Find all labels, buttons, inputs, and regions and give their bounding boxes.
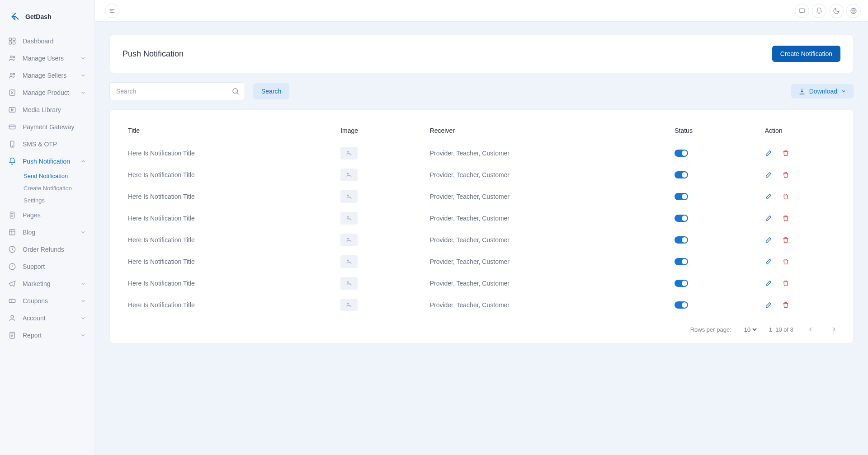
col-image: Image bbox=[322, 121, 412, 142]
topbar bbox=[95, 0, 868, 22]
cell-title: Here Is Notification Title bbox=[110, 142, 322, 164]
sidebar-item-push-notification[interactable]: Push Notification bbox=[0, 153, 94, 170]
cell-receiver: Provider, Teacher, Customer bbox=[412, 272, 657, 294]
chevron-down-icon bbox=[841, 89, 846, 94]
sellers-icon bbox=[8, 71, 16, 80]
delete-icon[interactable] bbox=[782, 258, 789, 265]
chat-icon[interactable] bbox=[795, 4, 809, 18]
nav: DashboardManage UsersManage SellersManag… bbox=[0, 33, 94, 344]
svg-rect-10 bbox=[9, 125, 15, 129]
report-icon bbox=[8, 331, 16, 339]
sidebar-item-label: Payment Gateway bbox=[23, 123, 86, 131]
image-icon bbox=[345, 215, 353, 221]
cell-receiver: Provider, Teacher, Customer bbox=[412, 142, 657, 164]
download-button[interactable]: Download bbox=[791, 84, 854, 99]
search-button[interactable]: Search bbox=[253, 83, 289, 99]
sidebar-item-manage-sellers[interactable]: Manage Sellers bbox=[0, 67, 94, 84]
status-toggle[interactable] bbox=[675, 150, 688, 157]
svg-point-6 bbox=[10, 73, 13, 75]
delete-icon[interactable] bbox=[782, 215, 789, 222]
status-toggle[interactable] bbox=[675, 193, 688, 200]
rows-per-page-select[interactable]: 10 bbox=[742, 326, 758, 333]
edit-icon[interactable] bbox=[765, 215, 772, 222]
download-label: Download bbox=[809, 88, 837, 95]
edit-icon[interactable] bbox=[765, 258, 772, 265]
globe-icon[interactable] bbox=[846, 4, 861, 18]
sidebar-subitem-send-notification[interactable]: Send Notification bbox=[24, 170, 94, 182]
cell-title: Here Is Notification Title bbox=[110, 272, 322, 294]
sidebar-item-manage-users[interactable]: Manage Users bbox=[0, 50, 94, 67]
chevron-down-icon bbox=[80, 229, 86, 235]
sidebar-item-sms-otp[interactable]: SMS & OTP bbox=[0, 136, 94, 153]
notifications-icon[interactable] bbox=[812, 4, 826, 18]
search-icon bbox=[231, 87, 240, 95]
cell-title: Here Is Notification Title bbox=[110, 251, 322, 272]
status-toggle[interactable] bbox=[675, 280, 688, 287]
sidebar-item-label: Order Refunds bbox=[23, 246, 86, 253]
status-toggle[interactable] bbox=[675, 258, 688, 265]
delete-icon[interactable] bbox=[782, 193, 789, 200]
edit-icon[interactable] bbox=[765, 236, 772, 244]
sidebar-item-manage-product[interactable]: Manage Product bbox=[0, 84, 94, 101]
edit-icon[interactable] bbox=[765, 280, 772, 287]
sidebar-item-coupons[interactable]: Coupons bbox=[0, 292, 94, 310]
image-thumb bbox=[340, 147, 358, 159]
col-status: Status bbox=[656, 121, 746, 142]
sidebar-item-support[interactable]: Support bbox=[0, 258, 94, 275]
table-row: Here Is Notification TitleProvider, Teac… bbox=[110, 186, 853, 207]
delete-icon[interactable] bbox=[782, 236, 789, 244]
sidebar-item-label: Manage Product bbox=[23, 89, 74, 96]
status-toggle[interactable] bbox=[675, 215, 688, 222]
sidebar-subitem-create-notification[interactable]: Create Notification bbox=[24, 182, 94, 194]
marketing-icon bbox=[8, 280, 16, 288]
sidebar-item-order-refunds[interactable]: Order Refunds bbox=[0, 241, 94, 258]
status-toggle[interactable] bbox=[675, 236, 688, 244]
delete-icon[interactable] bbox=[782, 280, 789, 287]
sidebar-item-report[interactable]: Report bbox=[0, 327, 94, 344]
sidebar-item-label: Dashboard bbox=[23, 38, 86, 45]
sidebar-item-dashboard[interactable]: Dashboard bbox=[0, 33, 94, 50]
next-page-button[interactable] bbox=[828, 323, 840, 336]
col-receiver: Receiver bbox=[412, 121, 657, 142]
chevron-down-icon bbox=[80, 298, 86, 304]
svg-point-5 bbox=[13, 56, 15, 58]
delete-icon[interactable] bbox=[782, 150, 789, 157]
sidebar-item-media-library[interactable]: Media Library bbox=[0, 101, 94, 118]
sidebar-item-blog[interactable]: Blog bbox=[0, 224, 94, 241]
svg-point-29 bbox=[348, 281, 349, 282]
account-icon bbox=[8, 314, 16, 322]
table-row: Here Is Notification TitleProvider, Teac… bbox=[110, 142, 853, 164]
svg-point-7 bbox=[13, 73, 15, 75]
chevron-down-icon bbox=[80, 315, 86, 321]
cell-receiver: Provider, Teacher, Customer bbox=[412, 294, 657, 316]
prev-page-button[interactable] bbox=[804, 323, 817, 336]
delete-icon[interactable] bbox=[782, 301, 789, 309]
create-notification-button[interactable]: Create Notification bbox=[772, 46, 840, 62]
search-input[interactable] bbox=[109, 82, 245, 100]
sidebar-item-pages[interactable]: Pages bbox=[0, 206, 94, 224]
sidebar-item-label: Marketing bbox=[23, 280, 74, 287]
delete-icon[interactable] bbox=[782, 171, 789, 178]
sidebar-subitem-settings[interactable]: Settings bbox=[24, 194, 94, 206]
edit-icon[interactable] bbox=[765, 150, 772, 157]
edit-icon[interactable] bbox=[765, 171, 772, 178]
status-toggle[interactable] bbox=[675, 301, 688, 309]
support-icon bbox=[8, 263, 16, 271]
table-row: Here Is Notification TitleProvider, Teac… bbox=[110, 229, 853, 251]
table-row: Here Is Notification TitleProvider, Teac… bbox=[110, 251, 853, 272]
sidebar-item-account[interactable]: Account bbox=[0, 310, 94, 327]
dark-mode-icon[interactable] bbox=[829, 4, 844, 18]
sidebar-item-label: Push Notification bbox=[23, 158, 74, 165]
sidebar-item-marketing[interactable]: Marketing bbox=[0, 275, 94, 292]
media-icon bbox=[8, 106, 16, 114]
status-toggle[interactable] bbox=[675, 171, 688, 178]
image-icon bbox=[345, 280, 353, 286]
table-row: Here Is Notification TitleProvider, Teac… bbox=[110, 164, 853, 186]
notifications-table: TitleImageReceiverStatusAction Here Is N… bbox=[110, 121, 853, 316]
edit-icon[interactable] bbox=[765, 193, 772, 200]
menu-toggle-button[interactable] bbox=[105, 4, 119, 18]
edit-icon[interactable] bbox=[765, 301, 772, 309]
image-thumb bbox=[340, 212, 358, 225]
chevron-down-icon bbox=[80, 55, 86, 61]
sidebar-item-payment-gateway[interactable]: Payment Gateway bbox=[0, 118, 94, 136]
